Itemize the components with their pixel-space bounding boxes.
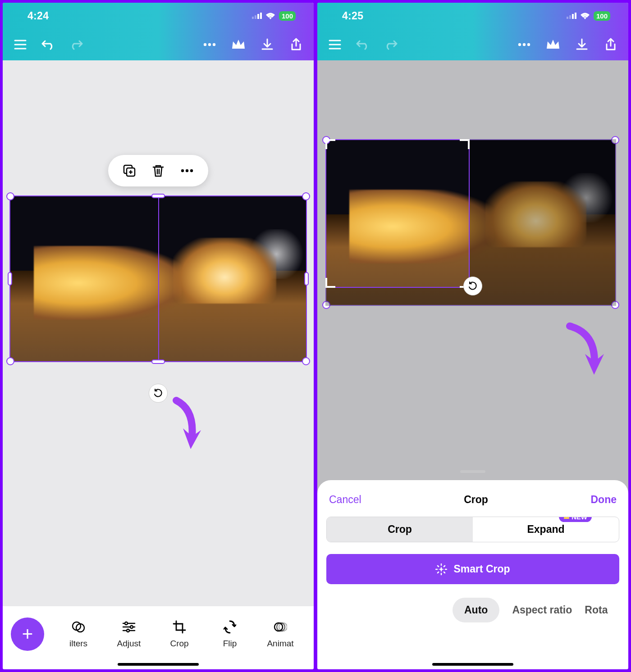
tool-label: Crop (170, 639, 188, 649)
tool-filters[interactable]: ilters (53, 620, 104, 649)
tool-animate[interactable]: Animat (255, 620, 306, 649)
svg-rect-0 (252, 17, 254, 19)
new-badge: NEW (559, 517, 592, 522)
canvas[interactable]: Cancel Crop Done Crop Expand NEW (317, 60, 628, 669)
status-time: 4:24 (27, 10, 49, 22)
segment-crop[interactable]: Crop (327, 517, 473, 542)
annotation-arrow (561, 322, 610, 380)
selected-image[interactable] (9, 195, 307, 362)
tool-flip[interactable]: Flip (205, 620, 255, 649)
tool-label: Flip (223, 639, 237, 649)
battery-badge: 100 (594, 11, 610, 21)
resize-handle[interactable] (6, 357, 14, 365)
more-icon[interactable] (202, 37, 217, 52)
home-indicator[interactable] (432, 663, 513, 666)
status-bar: 4:24 100 (3, 3, 314, 29)
pill-auto[interactable]: Auto (453, 598, 499, 622)
cancel-button[interactable]: Cancel (329, 494, 361, 506)
signal-icon (567, 13, 576, 19)
crop-mode-row: Auto Aspect ratio Rota (326, 598, 619, 622)
menu-icon[interactable] (327, 37, 343, 52)
svg-rect-2 (257, 14, 259, 19)
svg-point-35 (518, 43, 521, 46)
sheet-title: Crop (464, 494, 488, 506)
share-icon[interactable] (288, 37, 304, 52)
top-toolbar (3, 29, 314, 60)
annotation-arrow (167, 396, 212, 454)
trash-icon[interactable] (151, 163, 166, 178)
resize-handle[interactable] (304, 272, 309, 286)
crown-icon[interactable] (545, 37, 561, 52)
phone-left: 4:24 100 (3, 3, 314, 669)
redo-icon[interactable] (69, 37, 84, 52)
home-indicator[interactable] (118, 663, 199, 666)
rotate-handle[interactable] (149, 384, 168, 403)
bottom-tool-strip: + ilters Adjust Crop Flip (3, 606, 314, 669)
resize-handle[interactable] (6, 192, 14, 200)
pill-aspect-ratio[interactable]: Aspect ratio (512, 604, 572, 616)
svg-point-9 (213, 43, 215, 46)
svg-point-14 (181, 169, 184, 172)
svg-point-8 (208, 43, 211, 46)
share-icon[interactable] (603, 37, 618, 52)
tool-crop[interactable]: Crop (154, 620, 205, 649)
status-bar: 4:25 100 (317, 3, 628, 29)
resize-handle[interactable] (302, 357, 310, 365)
menu-icon[interactable] (13, 37, 28, 52)
more-icon[interactable] (517, 37, 532, 52)
resize-handle[interactable] (8, 272, 12, 286)
status-icons: 100 (567, 11, 610, 21)
resize-handle[interactable] (151, 359, 165, 364)
canvas[interactable]: + ilters Adjust Crop Flip (3, 60, 314, 669)
svg-point-7 (204, 43, 206, 46)
rotate-handle[interactable] (463, 277, 482, 295)
svg-rect-30 (572, 14, 574, 19)
resize-handle[interactable] (302, 192, 310, 200)
crop-expand-segment: Crop Expand NEW (326, 517, 619, 542)
battery-badge: 100 (279, 11, 296, 21)
phone-right: 4:25 100 (317, 3, 628, 669)
segment-expand-label: Expand (527, 523, 564, 535)
adjust-icon (122, 620, 136, 634)
svg-point-15 (186, 169, 188, 172)
svg-rect-3 (260, 13, 262, 19)
signal-icon (252, 13, 262, 19)
redo-icon[interactable] (383, 37, 398, 52)
add-button[interactable]: + (11, 618, 44, 651)
done-button[interactable]: Done (591, 494, 617, 506)
tool-label: Animat (267, 639, 293, 649)
status-time: 4:25 (342, 10, 363, 22)
smart-crop-label: Smart Crop (453, 563, 510, 575)
filters-icon (71, 620, 86, 634)
flip-icon (223, 620, 237, 634)
smart-crop-button[interactable]: Smart Crop (326, 554, 619, 584)
undo-icon[interactable] (41, 37, 56, 52)
more-icon[interactable] (179, 163, 195, 178)
segment-expand[interactable]: Expand NEW (473, 517, 619, 542)
new-badge-text: NEW (572, 517, 587, 521)
download-icon[interactable] (574, 37, 590, 52)
crop-icon (172, 620, 187, 634)
duplicate-icon[interactable] (122, 163, 137, 178)
wifi-icon (265, 12, 275, 19)
svg-point-22 (130, 626, 133, 628)
wifi-icon (580, 12, 590, 19)
top-toolbar (317, 29, 628, 60)
svg-rect-28 (567, 17, 568, 19)
svg-point-16 (190, 169, 193, 172)
svg-rect-31 (575, 13, 576, 19)
undo-icon[interactable] (355, 37, 370, 52)
svg-rect-29 (569, 15, 571, 19)
pill-rotate[interactable]: Rota (585, 604, 608, 616)
download-icon[interactable] (260, 37, 275, 52)
resize-handle[interactable] (151, 194, 165, 198)
animate-icon (273, 620, 288, 634)
svg-point-24 (127, 629, 129, 632)
tool-label: ilters (69, 639, 87, 649)
tool-adjust[interactable]: Adjust (104, 620, 154, 649)
resize-handle[interactable] (322, 136, 330, 144)
svg-point-20 (125, 622, 128, 625)
crown-icon[interactable] (231, 37, 246, 52)
sheet-drag-handle[interactable] (460, 470, 485, 473)
svg-rect-1 (255, 15, 256, 19)
